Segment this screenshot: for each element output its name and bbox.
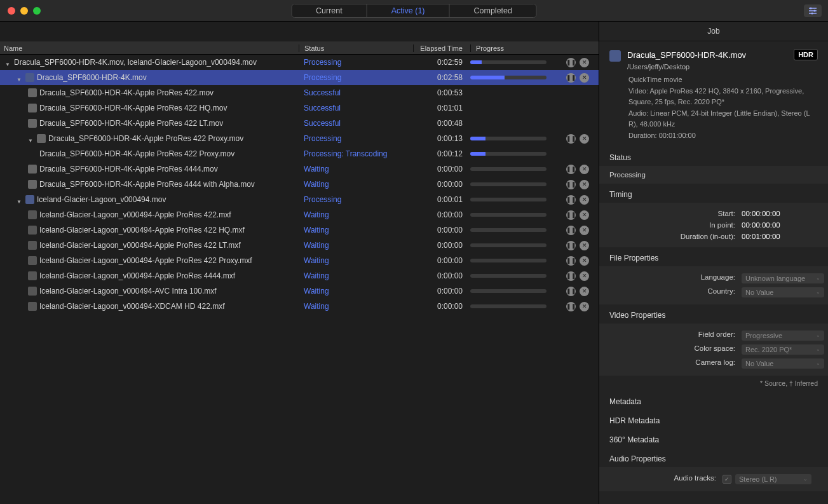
table-row[interactable]: Iceland-Glacier-Lagoon_v000494-AVC Intra… xyxy=(0,283,599,299)
language-select[interactable]: Unknown language⌄ xyxy=(742,273,824,283)
row-status: Processing xyxy=(299,58,413,67)
column-header-name[interactable]: Name xyxy=(0,44,299,52)
row-elapsed-time: 0:00:12 xyxy=(413,149,470,158)
row-status: Processing: Transcoding xyxy=(299,149,413,158)
row-status: Waiting xyxy=(299,271,413,280)
source-inferred-note: * Source, † Inferred xyxy=(599,376,828,391)
table-row[interactable]: Iceland-Glacier-Lagoon_v000494-Apple Pro… xyxy=(0,238,599,253)
table-row[interactable]: Iceland-Glacier-Lagoon_v000494-Apple Pro… xyxy=(0,253,599,268)
table-row[interactable]: Iceland-Glacier-Lagoon_v000494-Apple Pro… xyxy=(0,222,599,238)
disclosure-triangle-icon[interactable] xyxy=(28,135,34,142)
table-column-headers: Name Status Elapsed Time Progress xyxy=(0,42,599,55)
table-row[interactable]: Dracula_SPF6000-HDR-4K.mov, Iceland-Glac… xyxy=(0,55,599,70)
section-metadata-header[interactable]: Metadata xyxy=(599,391,828,410)
tab-completed[interactable]: Completed xyxy=(450,4,536,17)
disclosure-triangle-icon[interactable] xyxy=(17,196,23,203)
audiotracks-select[interactable]: Stereo (L R)⌄ xyxy=(735,474,811,484)
pause-button[interactable]: ❚❚ xyxy=(566,241,576,250)
pause-button[interactable]: ❚❚ xyxy=(566,256,576,266)
pause-button[interactable]: ❚❚ xyxy=(566,271,576,281)
table-row[interactable]: Iceland-Glacier-Lagoon_v000494-Apple Pro… xyxy=(0,268,599,283)
cancel-button[interactable]: ✕ xyxy=(580,287,589,296)
svg-point-0 xyxy=(810,7,812,9)
inspector-toggle-button[interactable] xyxy=(804,4,822,17)
column-header-progress[interactable]: Progress xyxy=(470,44,562,52)
inspector-video-info: Video: Apple ProRes 422 HQ, 3840 x 2160,… xyxy=(628,86,818,108)
pause-button[interactable]: ❚❚ xyxy=(566,302,576,311)
table-row[interactable]: Iceland-Glacier-Lagoon_v000494-XDCAM HD … xyxy=(0,299,599,314)
cancel-button[interactable]: ✕ xyxy=(580,58,589,67)
hdr-badge: HDR xyxy=(794,49,818,60)
section-hdrmeta-header[interactable]: HDR Metadata xyxy=(599,410,828,429)
disclosure-triangle-icon[interactable] xyxy=(5,59,11,65)
pause-button[interactable]: ❚❚ xyxy=(566,165,576,174)
preset-file-icon xyxy=(28,104,37,112)
column-header-elapsed[interactable]: Elapsed Time xyxy=(413,44,470,52)
row-elapsed-time: 0:00:00 xyxy=(413,180,470,189)
row-status: Successful xyxy=(299,88,413,97)
table-row[interactable]: Dracula_SPF6000-HDR-4K-Apple ProRes 422 … xyxy=(0,100,599,116)
table-row[interactable]: Dracula_SPF6000-HDR-4K.movProcessing0:02… xyxy=(0,70,599,85)
cancel-button[interactable]: ✕ xyxy=(580,165,589,174)
minimize-window-icon[interactable] xyxy=(20,7,28,15)
cancel-button[interactable]: ✕ xyxy=(580,180,589,189)
country-select[interactable]: No Value⌄ xyxy=(742,287,824,297)
pause-button[interactable]: ❚❚ xyxy=(566,134,576,144)
row-status: Waiting xyxy=(299,226,413,235)
mxf-file-icon xyxy=(28,302,37,311)
pause-button[interactable]: ❚❚ xyxy=(566,58,576,67)
cancel-button[interactable]: ✕ xyxy=(580,302,589,311)
tab-current[interactable]: Current xyxy=(292,4,367,17)
fullscreen-window-icon[interactable] xyxy=(33,7,41,15)
table-row[interactable]: Dracula_SPF6000-HDR-4K-Apple ProRes 422 … xyxy=(0,146,599,161)
row-elapsed-time: 0:00:00 xyxy=(413,226,470,235)
cameralog-select[interactable]: No Value⌄ xyxy=(742,358,824,369)
close-window-icon[interactable] xyxy=(8,7,15,15)
table-row[interactable]: Iceland-Glacier-Lagoon_v000494-Apple Pro… xyxy=(0,207,599,222)
row-elapsed-time: 0:00:48 xyxy=(413,119,470,128)
row-filename: Iceland-Glacier-Lagoon_v000494-Apple Pro… xyxy=(39,256,252,265)
pause-button[interactable]: ❚❚ xyxy=(566,180,576,189)
inspector-title: Job xyxy=(599,22,828,41)
fieldorder-select[interactable]: Progressive⌄ xyxy=(742,330,824,341)
pause-button[interactable]: ❚❚ xyxy=(566,226,576,235)
cancel-button[interactable]: ✕ xyxy=(580,271,589,281)
timing-dur-label: Duration (in-out): xyxy=(681,233,735,240)
cancel-button[interactable]: ✕ xyxy=(580,73,589,83)
titlebar: Current Active (1) Completed xyxy=(0,0,828,22)
row-elapsed-time: 0:00:00 xyxy=(413,287,470,296)
pause-button[interactable]: ❚❚ xyxy=(566,195,576,205)
progress-bar xyxy=(470,60,546,64)
row-elapsed-time: 0:00:00 xyxy=(413,256,470,265)
disclosure-triangle-icon[interactable] xyxy=(17,74,23,81)
section-360meta-header[interactable]: 360° Metadata xyxy=(599,429,828,448)
row-filename: Dracula_SPF6000-HDR-4K.mov, Iceland-Glac… xyxy=(14,58,257,67)
row-filename: Iceland-Glacier-Lagoon_v000494-Apple Pro… xyxy=(39,271,235,280)
colorspace-select[interactable]: Rec. 2020 PQ*⌄ xyxy=(742,344,824,355)
cancel-button[interactable]: ✕ xyxy=(580,256,589,266)
row-filename: Iceland-Glacier-Lagoon_v000494-XDCAM HD … xyxy=(39,302,224,311)
column-header-status[interactable]: Status xyxy=(299,44,413,52)
table-row[interactable]: Iceland-Glacier-Lagoon_v000494.movProces… xyxy=(0,192,599,207)
row-elapsed-time: 0:00:00 xyxy=(413,241,470,250)
cancel-button[interactable]: ✕ xyxy=(580,226,589,235)
table-row[interactable]: Dracula_SPF6000-HDR-4K-Apple ProRes 4444… xyxy=(0,177,599,192)
tab-active[interactable]: Active (1) xyxy=(367,4,450,17)
pause-button[interactable]: ❚❚ xyxy=(566,210,576,220)
pause-button[interactable]: ❚❚ xyxy=(566,73,576,83)
table-row[interactable]: Dracula_SPF6000-HDR-4K-Apple ProRes 4444… xyxy=(0,161,599,177)
cancel-button[interactable]: ✕ xyxy=(580,210,589,220)
progress-bar xyxy=(470,289,546,293)
row-elapsed-time: 0:01:01 xyxy=(413,104,470,112)
row-status: Waiting xyxy=(299,241,413,250)
cancel-button[interactable]: ✕ xyxy=(580,241,589,250)
row-status: Waiting xyxy=(299,180,413,189)
table-row[interactable]: Dracula_SPF6000-HDR-4K-Apple ProRes 422.… xyxy=(0,85,599,100)
audiotracks-checkbox[interactable]: ✓ xyxy=(723,475,731,484)
table-row[interactable]: Dracula_SPF6000-HDR-4K-Apple ProRes 422 … xyxy=(0,116,599,131)
row-filename: Dracula_SPF6000-HDR-4K-Apple ProRes 422 … xyxy=(39,104,227,112)
pause-button[interactable]: ❚❚ xyxy=(566,287,576,296)
cancel-button[interactable]: ✕ xyxy=(580,195,589,205)
table-row[interactable]: Dracula_SPF6000-HDR-4K-Apple ProRes 422 … xyxy=(0,131,599,146)
cancel-button[interactable]: ✕ xyxy=(580,134,589,144)
